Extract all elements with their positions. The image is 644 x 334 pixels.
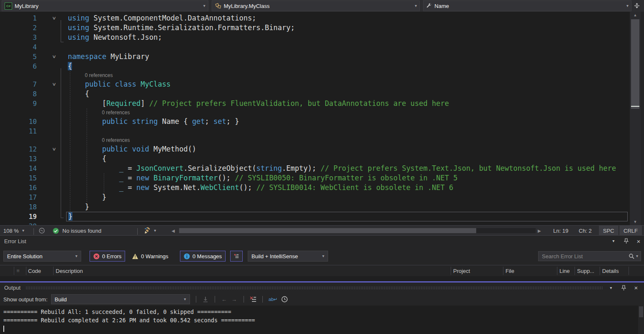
code-editor[interactable]: 1>using System.ComponentModel.DataAnnota… [0, 12, 644, 225]
code-line[interactable]: } [66, 202, 628, 212]
code-line-row: 18 } [0, 202, 628, 212]
chevron-down-icon: ▾ [322, 254, 324, 258]
fold-chevron-icon[interactable]: > [42, 52, 66, 62]
word-wrap-icon[interactable]: ab↵ [267, 294, 280, 304]
search-input[interactable] [541, 253, 629, 260]
column-separator[interactable] [26, 267, 26, 275]
horizontal-scrollbar[interactable] [179, 228, 536, 233]
warnings-toggle-button[interactable]: 0 Warnings [128, 251, 172, 262]
errors-toggle-button[interactable]: 0 Errors [90, 251, 125, 262]
type-dropdown[interactable]: MyLibrary.MyClass ▾ [212, 0, 420, 11]
line-ending-indicator[interactable]: CRLF [619, 226, 642, 236]
code-line[interactable]: _ = new BinaryFormatter(); // SYSLIB0050… [66, 173, 628, 183]
code-line[interactable] [66, 221, 628, 225]
zoom-dropdown[interactable]: 108 % ▾ [3, 226, 24, 236]
pin-icon[interactable] [620, 285, 627, 291]
code-line[interactable]: } [66, 212, 628, 221]
column-separator[interactable] [575, 267, 575, 275]
code-line[interactable]: } [66, 193, 628, 202]
chevron-down-icon: ▾ [75, 254, 77, 258]
code-line[interactable]: using Newtonsoft.Json; [66, 33, 628, 42]
fold-gutter [42, 212, 66, 221]
line-number: 12 [0, 144, 42, 154]
column-separator[interactable] [14, 267, 14, 275]
code-line-row: 19} [0, 212, 628, 221]
column-header[interactable]: Details [602, 265, 619, 276]
column-separator[interactable] [557, 267, 557, 275]
clear-all-icon[interactable] [248, 294, 258, 304]
column-separator[interactable] [503, 267, 503, 275]
column-header[interactable]: Supp... [577, 265, 594, 276]
hscroll-left-arrow-icon[interactable]: ◀ [172, 226, 175, 236]
code-line[interactable]: public void MyMethod() [66, 144, 628, 154]
column-header[interactable]: Description [56, 265, 83, 276]
code-line[interactable]: public string Name { get; set; } [66, 117, 628, 126]
window-position-chevron-icon[interactable]: ▾ [610, 238, 617, 244]
line-number: 6 [0, 62, 42, 71]
code-line[interactable]: _ = JsonConvert.SerializeObject(string.E… [66, 164, 628, 173]
code-line[interactable]: _ = new System.Net.WebClient(); // SYSLI… [66, 183, 628, 193]
vertical-scrollbar[interactable]: ▲ ▼ [630, 12, 641, 225]
line-indicator[interactable]: Ln: 19 [553, 226, 568, 236]
panel-drag-grip[interactable] [26, 286, 603, 289]
timestamp-icon[interactable] [280, 294, 290, 304]
hscroll-right-arrow-icon[interactable]: ▶ [538, 226, 541, 236]
severity-column-icon[interactable]: !! [17, 265, 20, 276]
close-icon[interactable]: × [635, 238, 642, 244]
close-icon[interactable]: × [633, 285, 639, 291]
error-list-search[interactable]: ▾ [538, 251, 641, 261]
column-header[interactable]: Line [559, 265, 570, 276]
column-separator[interactable] [53, 267, 54, 275]
output-log[interactable]: ========== Rebuild All: 1 succeeded, 0 f… [0, 306, 638, 334]
member-dropdown[interactable]: Name ▾ [423, 0, 631, 11]
fold-gutter [42, 154, 66, 164]
code-line[interactable] [66, 126, 628, 136]
horizontal-scrollbar-thumb[interactable] [179, 228, 476, 233]
messages-toggle-button[interactable]: 0 Messages [180, 251, 226, 262]
code-line[interactable]: { [66, 89, 628, 99]
code-line[interactable]: namespace MyLibrary [66, 52, 628, 62]
code-line[interactable]: using System.ComponentModel.DataAnnotati… [66, 13, 628, 23]
next-message-icon[interactable]: → [229, 294, 239, 304]
column-header[interactable]: Project [453, 265, 470, 276]
line-number: 9 [0, 99, 42, 108]
project-dropdown[interactable]: C# MyLibrary ▾ [2, 0, 208, 11]
code-cleanup-button[interactable]: ▾ [143, 226, 156, 236]
column-separator[interactable] [600, 267, 600, 275]
insert-mode-indicator[interactable]: SPC [598, 226, 619, 236]
column-separator[interactable] [451, 267, 451, 275]
code-line[interactable]: public class MyClass [66, 80, 628, 89]
previous-message-icon[interactable]: ← [219, 294, 229, 304]
codelens-references-link[interactable]: 0 references [66, 136, 628, 144]
window-position-chevron-icon[interactable]: ▾ [608, 285, 614, 291]
output-scrollbar-thumb[interactable] [639, 306, 643, 317]
health-status[interactable]: No issues found [53, 226, 101, 236]
pin-icon[interactable] [623, 238, 629, 244]
code-line[interactable]: { [66, 154, 628, 164]
codelens-references-link[interactable]: 0 references [66, 71, 628, 80]
column-separator[interactable] [629, 267, 629, 275]
output-source-dropdown[interactable]: Build ▾ [51, 294, 190, 304]
build-intellisense-dropdown[interactable]: Build + IntelliSense ▾ [248, 251, 328, 262]
code-line[interactable]: using System.Runtime.Serialization.Forma… [66, 23, 628, 33]
line-number: 7 [0, 80, 42, 89]
scrollbar-up-arrow-icon[interactable]: ▲ [630, 13, 641, 17]
scope-dropdown[interactable]: Entire Solution ▾ [3, 251, 81, 262]
scrollbar-down-arrow-icon[interactable]: ▼ [630, 220, 641, 224]
split-editor-handle-icon[interactable] [633, 2, 641, 10]
fold-chevron-icon[interactable]: > [42, 144, 66, 154]
code-line[interactable] [66, 42, 628, 52]
column-header[interactable]: Code [28, 265, 41, 276]
codelens-references-link[interactable]: 0 references [66, 108, 628, 117]
fold-chevron-icon[interactable]: > [42, 13, 66, 23]
messages-filter-button[interactable] [230, 251, 243, 262]
output-scrollbar[interactable] [638, 306, 644, 334]
vertical-scrollbar-thumb[interactable] [631, 19, 639, 109]
code-line[interactable]: { [66, 62, 628, 71]
document-health-icon[interactable] [38, 226, 45, 236]
code-line[interactable]: [Required] // Project prefers FluentVali… [66, 99, 628, 108]
column-header[interactable]: File [505, 265, 514, 276]
goto-message-icon[interactable] [200, 294, 210, 304]
column-indicator[interactable]: Ch: 2 [579, 226, 592, 236]
fold-chevron-icon[interactable]: > [42, 80, 66, 89]
